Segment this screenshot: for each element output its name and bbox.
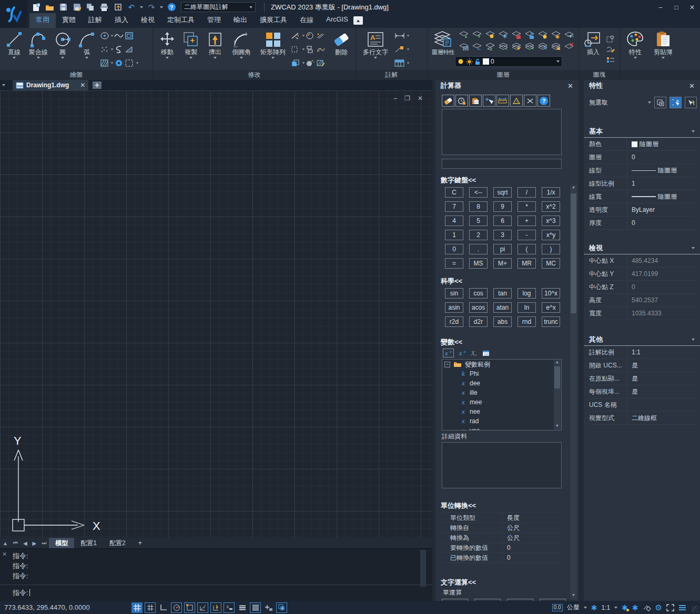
otrack-icon[interactable] <box>197 602 208 613</box>
ribbon-tab[interactable]: 定制工具 <box>161 13 201 28</box>
calc-key[interactable]: cos <box>469 288 488 299</box>
fillet-button[interactable]: 倒圓角 <box>227 29 256 70</box>
cmd-close-icon[interactable]: ✕ <box>2 551 7 558</box>
calc-key[interactable]: 5 <box>469 216 488 226</box>
calc-key[interactable]: asin <box>445 302 463 313</box>
save-icon[interactable] <box>58 3 68 12</box>
layer-isolate-icon[interactable] <box>564 30 574 39</box>
layout-tab[interactable]: 配置1 <box>74 538 103 549</box>
calc-key[interactable]: r2d <box>445 316 463 327</box>
redo-button[interactable]: ↷ <box>146 3 157 12</box>
layer-walk-icon[interactable] <box>472 42 482 50</box>
close-tab-icon[interactable]: ✕ <box>80 81 85 89</box>
selection-dropdown-icon[interactable] <box>648 101 651 104</box>
new-file-icon[interactable] <box>31 3 41 12</box>
layout-tab[interactable]: 配置2 <box>103 538 132 549</box>
ribbon-collapse-icon[interactable] <box>353 16 363 25</box>
hatch-button[interactable] <box>100 57 114 69</box>
ribbon-tab[interactable]: 輸出 <box>227 13 253 28</box>
variables-tree[interactable]: − 變數範例 k Phi x dee x ille <box>442 359 562 431</box>
delete-variable-icon[interactable]: Xₓ <box>471 349 477 357</box>
variable-item[interactable]: x nee <box>442 407 561 416</box>
units-precision-badge[interactable]: 0.0 <box>552 604 563 611</box>
open-folder-icon[interactable] <box>44 3 55 12</box>
layer-on-icon[interactable] <box>472 30 482 39</box>
collapse-icon[interactable] <box>692 247 695 249</box>
variable-item[interactable]: x dee <box>442 378 561 388</box>
ribbon-tab[interactable]: 常用 <box>29 13 56 28</box>
ribbon-tab[interactable]: ArcGIS <box>320 13 354 28</box>
publish-icon[interactable] <box>113 3 123 12</box>
point-button[interactable] <box>100 43 114 56</box>
selection-cycling-icon[interactable] <box>276 602 287 613</box>
layer-merge-icon[interactable] <box>524 42 535 50</box>
property-row[interactable]: 中心點 X 485.4234 <box>589 254 696 268</box>
new-doc-tab-icon[interactable] <box>93 81 102 89</box>
textop-header[interactable]: 文字運算<< <box>441 578 579 587</box>
calc-paste-icon[interactable] <box>469 95 482 107</box>
property-row[interactable]: 中心點 Z 0 <box>589 281 696 294</box>
print-icon[interactable] <box>99 3 109 12</box>
property-row[interactable]: 註解比例 1:1 <box>589 346 696 359</box>
help-icon[interactable]: ? <box>166 3 177 12</box>
calc-key[interactable]: log <box>518 288 536 299</box>
layer-lock-icon[interactable] <box>511 30 522 39</box>
vars-scrollbar[interactable]: ▲ ▼ <box>554 360 561 429</box>
property-row[interactable]: 圖層 0 <box>589 151 696 164</box>
first-layout-icon[interactable]: ⏮ <box>11 540 21 546</box>
transparency-icon[interactable] <box>250 602 261 613</box>
settings-gear-icon[interactable]: ⚙ <box>655 603 662 612</box>
calc-key[interactable]: x^3 <box>542 216 560 226</box>
new-variable-icon[interactable]: x⁺ <box>443 349 454 357</box>
property-row[interactable]: UCS 名稱 <box>589 398 696 412</box>
calculator-var-icon[interactable] <box>482 350 490 356</box>
calc-key[interactable]: ( <box>518 244 536 254</box>
calc-measure-icon[interactable] <box>496 95 509 107</box>
variable-item[interactable]: x ille <box>442 388 561 397</box>
calc-key[interactable]: MR <box>518 258 536 269</box>
vars-header[interactable]: 變數<< <box>441 337 579 347</box>
erase-button[interactable]: 刪除 <box>329 29 353 70</box>
calc-key[interactable]: MS <box>469 258 488 269</box>
minimize-button[interactable]: – <box>653 2 668 13</box>
calc-key[interactable]: - <box>518 230 536 240</box>
circle-button[interactable]: 圓 <box>50 29 75 70</box>
property-row[interactable]: 中心點 Y 417.0199 <box>589 268 696 281</box>
calc-key[interactable]: 3 <box>493 230 512 240</box>
layer-isolate2-icon[interactable] <box>537 42 548 50</box>
grid-display-icon[interactable] <box>131 602 143 613</box>
save-as-icon[interactable] <box>72 3 82 12</box>
rect-array-button[interactable]: 矩形陣列 <box>256 29 289 70</box>
toggle-pickadd-icon[interactable] <box>685 97 697 108</box>
units-header[interactable]: 單位轉換<< <box>441 501 579 510</box>
command-line[interactable]: ✕ 指令:指令:指令: 指令: <box>0 548 432 601</box>
copy-button[interactable]: 複製 <box>179 29 204 70</box>
align-button[interactable] <box>305 43 316 56</box>
sci-header[interactable]: 科學<< <box>441 277 579 286</box>
calc-key[interactable]: sin <box>445 288 463 299</box>
calc-key[interactable]: C <box>445 187 463 198</box>
quick-select-icon[interactable] <box>654 97 666 108</box>
workspace-dropdown[interactable]: 二維草圖與註解 <box>181 2 256 12</box>
doc-tab-menu-icon[interactable] <box>2 84 5 86</box>
calc-history-icon[interactable] <box>455 95 468 107</box>
prev-layout-icon[interactable]: ◀ <box>21 540 30 546</box>
numpad-header[interactable]: 數字鍵盤<< <box>441 176 579 185</box>
layer-properties-button[interactable]: 圖層特性 <box>430 29 457 56</box>
collapse-icon[interactable] <box>692 339 695 341</box>
calc-key[interactable]: 7 <box>445 201 463 212</box>
calc-key[interactable]: 4 <box>445 216 463 226</box>
explode-button[interactable] <box>290 57 305 69</box>
calc-key[interactable]: abs <box>493 316 512 327</box>
status-menu-icon[interactable] <box>678 605 686 611</box>
annotation-add-icon[interactable] <box>263 602 274 613</box>
calc-angle-icon[interactable] <box>510 95 523 107</box>
property-row[interactable]: 每個視埠... 是 <box>589 385 696 398</box>
property-row[interactable]: 視覺型式 二維線框 <box>589 412 696 425</box>
arc-button[interactable]: 弧 <box>75 29 99 70</box>
property-row[interactable]: 在原點顯... 是 <box>589 372 696 385</box>
create-block-icon[interactable] <box>605 35 616 43</box>
layer-prev-icon[interactable] <box>498 42 509 50</box>
calc-key[interactable]: atan <box>493 302 512 313</box>
calc-key[interactable]: M+ <box>493 258 512 269</box>
